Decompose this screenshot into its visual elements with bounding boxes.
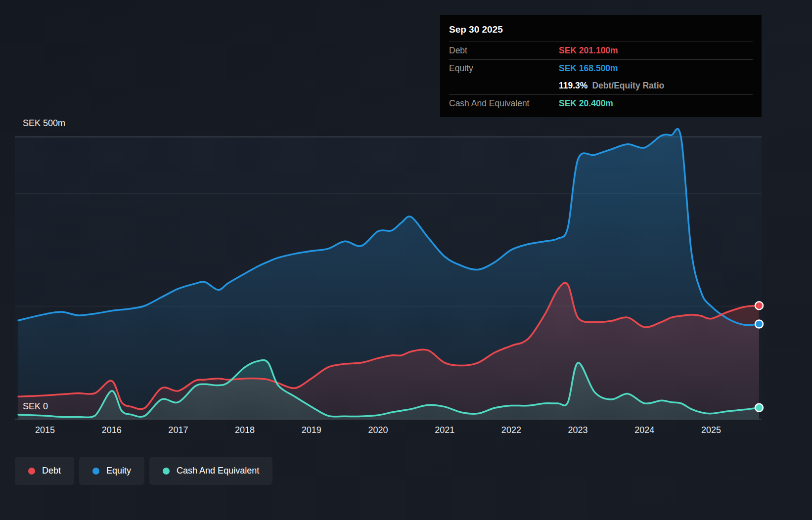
- x-axis-label-2019: 2019: [302, 425, 321, 435]
- y-axis-label-zero: SEK 0: [23, 401, 48, 412]
- tooltip-cash-row: Cash And Equivalent SEK 20.400m: [449, 94, 753, 112]
- tooltip-equity-row: Equity SEK 168.500m: [449, 59, 753, 77]
- legend-cash-dot-icon: [163, 468, 170, 475]
- legend-equity-dot-icon: [92, 468, 99, 475]
- legend-item-cash[interactable]: Cash And Equivalent: [149, 457, 272, 485]
- x-axis-label-2023: 2023: [568, 425, 588, 435]
- chart-legend: Debt Equity Cash And Equivalent: [15, 457, 272, 485]
- tooltip-cash-label: Cash And Equivalent: [449, 98, 559, 109]
- x-axis-label-2018: 2018: [235, 425, 255, 435]
- tooltip-ratio-label: Debt/Equity Ratio: [592, 81, 664, 91]
- x-axis-label-2025: 2025: [701, 425, 721, 435]
- legend-debt-dot-icon: [28, 468, 35, 475]
- x-axis-label-2024: 2024: [634, 425, 654, 435]
- tooltip-date: Sep 30 2025: [449, 19, 753, 42]
- legend-equity-label: Equity: [106, 466, 131, 476]
- tooltip-cash-value: SEK 20.400m: [559, 98, 613, 109]
- x-axis-label-2015: 2015: [35, 425, 55, 435]
- x-axis-label-2021: 2021: [435, 425, 454, 435]
- tooltip-equity-value: SEK 168.500m: [559, 63, 618, 74]
- cash-and-equivalent-end-marker: [755, 404, 763, 412]
- x-axis-label-2022: 2022: [501, 425, 521, 435]
- tooltip-debt-label: Debt: [449, 45, 559, 56]
- balance-sheet-chart: SEK 500m SEK 0 2015201620172018201920202…: [0, 0, 812, 520]
- legend-item-equity[interactable]: Equity: [79, 457, 144, 485]
- tooltip-ratio-row: 119.3% Debt/Equity Ratio: [449, 77, 753, 94]
- legend-debt-label: Debt: [42, 466, 61, 476]
- legend-cash-label: Cash And Equivalent: [177, 466, 259, 476]
- x-axis-label-2017: 2017: [168, 425, 188, 435]
- debt-end-marker: [755, 302, 763, 309]
- tooltip-debt-row: Debt SEK 201.100m: [449, 42, 753, 59]
- tooltip-debt-value: SEK 201.100m: [559, 45, 618, 56]
- legend-item-debt[interactable]: Debt: [15, 457, 74, 485]
- equity-end-marker: [755, 320, 763, 328]
- tooltip-ratio-value: 119.3%: [559, 81, 587, 91]
- chart-tooltip: Sep 30 2025 Debt SEK 201.100m Equity SEK…: [440, 15, 762, 117]
- y-axis-label-top: SEK 500m: [23, 118, 65, 129]
- x-axis-label-2016: 2016: [102, 425, 122, 435]
- x-axis-label-2020: 2020: [368, 425, 388, 435]
- tooltip-equity-label: Equity: [449, 63, 559, 74]
